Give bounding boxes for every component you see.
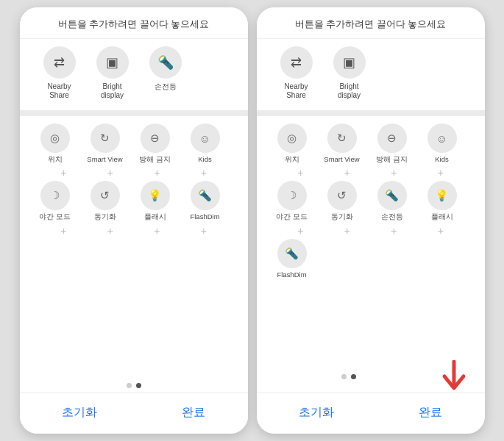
plus-5[interactable]: + (40, 224, 88, 237)
right-header: 버튼을 추가하려면 끌어다 놓으세요 (257, 7, 485, 39)
r-location-icon: ◎ (277, 123, 307, 153)
down-arrow-icon (441, 360, 467, 392)
smart-view-label: Smart View (87, 155, 122, 163)
right-nearby-share[interactable]: ⇄ NearbyShare (270, 46, 323, 100)
dnd-label: 방해 금지 (139, 155, 171, 163)
dot-2-active (136, 383, 141, 388)
location-icon: ◎ (40, 123, 70, 153)
right-plus-row-1: + + + + (267, 166, 475, 179)
r-flash-label: 플래시 (431, 212, 453, 220)
dnd-icon: ⊖ (141, 123, 170, 153)
plus-8[interactable]: + (180, 224, 227, 237)
flashdim-label: FlashDim (190, 212, 219, 220)
right-night-mode[interactable]: ☽ 야간 모드 (267, 181, 317, 220)
plus-3[interactable]: + (134, 166, 181, 179)
left-bottom-bar: 초기화 완료 (20, 392, 248, 434)
left-panel: 버튼을 추가하려면 끌어다 놓으세요 ⇄ NearbyShare ▣ Brigh… (20, 7, 248, 434)
plus-4[interactable]: + (180, 166, 227, 179)
left-bright-display[interactable]: ▣ Brightdisplay (86, 46, 139, 100)
right-done-button[interactable]: 완료 (397, 402, 464, 423)
dot-1 (127, 383, 132, 388)
sync-icon: ↺ (90, 181, 120, 210)
r-flashlight-label: 손전등 (381, 212, 403, 220)
r-plus-8[interactable]: + (417, 224, 464, 237)
r-flashlight-icon: 🔦 (377, 181, 407, 210)
location-label: 위치 (48, 155, 63, 163)
right-reset-button[interactable]: 초기화 (277, 402, 356, 423)
left-plus-row-1: + + + + (30, 166, 238, 179)
left-grid-row-2: ☽ 야간 모드 ↺ 동기화 💡 플래시 🔦 FlashDim (30, 181, 238, 220)
left-night-mode[interactable]: ☽ 야간 모드 (30, 181, 80, 220)
left-plus-row-2: + + + + (30, 224, 238, 237)
left-dots (20, 377, 248, 392)
nearby-share-label-left: NearbyShare (47, 82, 71, 100)
left-sync[interactable]: ↺ 동기화 (80, 181, 130, 220)
left-kids[interactable]: ☺ Kids (180, 123, 230, 163)
right-bright-display[interactable]: ▣ Brightdisplay (323, 46, 376, 100)
left-dnd[interactable]: ⊖ 방해 금지 (130, 123, 180, 163)
r-plus-3[interactable]: + (371, 166, 418, 179)
r-plus-1[interactable]: + (277, 166, 324, 179)
sync-label: 동기화 (94, 212, 116, 220)
left-nearby-share[interactable]: ⇄ NearbyShare (33, 46, 86, 100)
r-smart-view-label: Smart View (324, 155, 359, 163)
right-dnd[interactable]: ⊖ 방해 금지 (367, 123, 417, 163)
r-flashdim-icon: 🔦 (277, 239, 307, 268)
r-dnd-label: 방해 금지 (376, 155, 408, 163)
right-grid-row-3: 🔦 FlashDim (267, 239, 475, 279)
left-flashdim[interactable]: 🔦 FlashDim (180, 181, 230, 220)
flashlight-icon-left: 🔦 (149, 46, 182, 79)
flashlight-label-left: 손전등 (155, 82, 177, 91)
right-smart-view[interactable]: ↻ Smart View (317, 123, 367, 163)
smart-view-icon: ↻ (90, 123, 120, 153)
flash-label: 플래시 (144, 212, 166, 220)
bright-display-label-right: Brightdisplay (338, 82, 361, 100)
r-dot-1 (341, 374, 347, 379)
r-plus-2[interactable]: + (324, 166, 371, 179)
left-header: 버튼을 추가하려면 끌어다 놓으세요 (20, 7, 248, 39)
r-plus-7[interactable]: + (371, 224, 418, 237)
right-grid: ◎ 위치 ↻ Smart View ⊖ 방해 금지 ☺ Kids + + + + (257, 116, 485, 359)
r-flash-icon: 💡 (427, 181, 457, 210)
left-smart-view[interactable]: ↻ Smart View (80, 123, 130, 163)
r-plus-5[interactable]: + (277, 224, 324, 237)
r-smart-view-icon: ↻ (327, 123, 357, 153)
left-flash[interactable]: 💡 플래시 (130, 181, 180, 220)
plus-6[interactable]: + (87, 224, 134, 237)
left-done-button[interactable]: 완료 (160, 402, 227, 423)
bright-display-icon-left: ▣ (96, 46, 129, 79)
r-plus-6[interactable]: + (324, 224, 371, 237)
nearby-share-label-right: NearbyShare (284, 82, 308, 100)
right-kids[interactable]: ☺ Kids (417, 123, 467, 163)
left-grid-row-1: ◎ 위치 ↻ Smart View ⊖ 방해 금지 ☺ Kids (30, 123, 238, 163)
r-location-label: 위치 (285, 155, 299, 163)
plus-7[interactable]: + (134, 224, 181, 237)
flash-icon: 💡 (141, 181, 170, 210)
nearby-share-icon-left: ⇄ (43, 46, 76, 79)
r-sync-label: 동기화 (331, 212, 353, 220)
right-top-buttons: ⇄ NearbyShare ▣ Brightdisplay (257, 39, 485, 110)
right-grid-row-1: ◎ 위치 ↻ Smart View ⊖ 방해 금지 ☺ Kids (267, 123, 475, 163)
right-grid-row-2: ☽ 야간 모드 ↺ 동기화 🔦 손전등 💡 플래시 (267, 181, 475, 220)
right-location[interactable]: ◎ 위치 (267, 123, 317, 163)
r-flashdim-label: FlashDim (277, 270, 306, 279)
bright-display-icon-right: ▣ (333, 46, 366, 79)
nearby-share-icon-right: ⇄ (280, 46, 313, 79)
right-flash[interactable]: 💡 플래시 (417, 181, 467, 220)
left-reset-button[interactable]: 초기화 (40, 402, 119, 423)
r-night-mode-icon: ☽ (277, 181, 307, 210)
right-flashlight[interactable]: 🔦 손전등 (367, 181, 417, 220)
r-sync-icon: ↺ (327, 181, 357, 210)
right-dots (257, 368, 441, 384)
right-divider-1 (257, 110, 485, 116)
kids-label: Kids (198, 155, 211, 163)
left-top-buttons: ⇄ NearbyShare ▣ Brightdisplay 🔦 손전등 (20, 39, 248, 110)
right-sync[interactable]: ↺ 동기화 (317, 181, 367, 220)
left-flashlight[interactable]: 🔦 손전등 (139, 46, 192, 100)
left-location[interactable]: ◎ 위치 (30, 123, 80, 163)
plus-2[interactable]: + (87, 166, 134, 179)
right-flashdim[interactable]: 🔦 FlashDim (267, 239, 317, 279)
plus-1[interactable]: + (40, 166, 88, 179)
left-divider-1 (20, 110, 248, 116)
r-plus-4[interactable]: + (417, 166, 464, 179)
